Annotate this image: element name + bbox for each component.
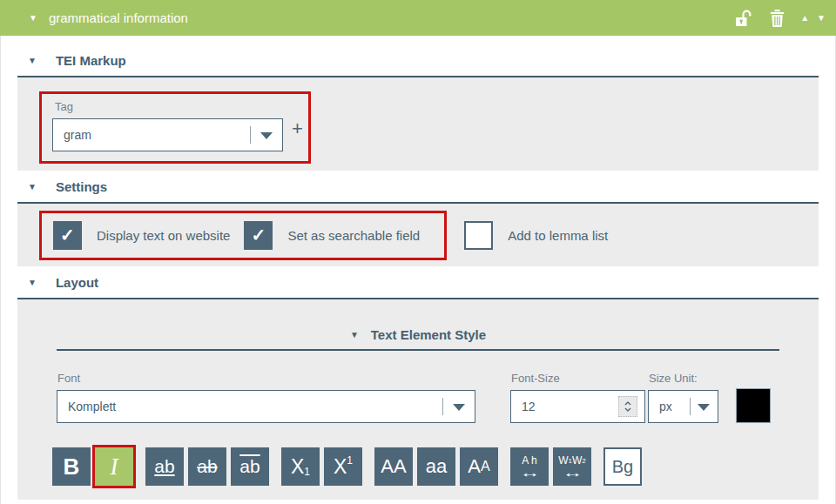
- strikethrough-button[interactable]: ab: [188, 447, 226, 486]
- collapse-arrow-icon[interactable]: ▼: [28, 57, 37, 65]
- size-unit-label: Size Unit:: [649, 372, 718, 385]
- select-divider: [690, 398, 691, 415]
- collapse-arrow-icon[interactable]: ▼: [28, 183, 37, 192]
- section-layout: ▼ Layout ▼ Text Element Style Font Kompl…: [17, 266, 819, 500]
- background-color-button[interactable]: Bg: [603, 447, 642, 486]
- element-title: grammatical information: [49, 10, 188, 25]
- number-stepper-icon[interactable]: [618, 396, 637, 417]
- font-size-control: Font-Size: [510, 372, 645, 423]
- checkbox-label: Display text on website: [97, 228, 230, 243]
- subscript-button[interactable]: X 1: [281, 447, 320, 486]
- section-title: Settings: [56, 179, 107, 194]
- trash-icon[interactable]: [770, 10, 785, 27]
- horizontal-arrow-icon: ↔: [519, 467, 540, 478]
- element-editor-page: ▼ grammatical information: [0, 0, 836, 504]
- subsection-divider: [57, 349, 779, 351]
- collapse-arrow-icon[interactable]: ▼: [29, 14, 37, 23]
- checkbox-label: Set as searchable field: [287, 228, 420, 243]
- horizontal-arrow-icon: ↔: [562, 467, 583, 478]
- layout-header[interactable]: ▼ Layout: [17, 266, 819, 299]
- font-control: Font Komplett: [57, 372, 475, 423]
- checkbox-label: Add to lemma list: [508, 228, 608, 243]
- tag-select-value: gram: [53, 128, 91, 142]
- superscript-button[interactable]: X 1: [324, 447, 362, 486]
- section-title: TEI Markup: [56, 53, 126, 68]
- strikethrough-label: ab: [197, 456, 217, 477]
- unlock-icon[interactable]: [735, 10, 752, 27]
- smallcaps-second: A: [481, 459, 490, 474]
- section-title: Layout: [56, 275, 98, 290]
- section-tei-markup: ▼ TEI Markup Tag gram +: [17, 36, 819, 171]
- tag-select[interactable]: gram: [52, 118, 283, 151]
- size-unit-control: Size Unit: px: [648, 372, 718, 423]
- superscript-digit: 1: [347, 454, 353, 467]
- header-actions: ▲ ▼: [735, 10, 826, 27]
- superscript-base: X: [334, 455, 347, 479]
- move-down-icon[interactable]: ▼: [817, 13, 826, 23]
- subsection-title: Text Element Style: [371, 327, 486, 342]
- subscript-base: X: [291, 455, 304, 479]
- annotation-highlight-tag: Tag gram +: [39, 91, 311, 164]
- tei-markup-panel: Tag gram +: [17, 77, 819, 171]
- font-select-value: Komplett: [57, 400, 116, 413]
- settings-panel: ✓ Display text on website ✓ Set as searc…: [17, 204, 819, 266]
- move-up-icon[interactable]: ▲: [800, 13, 809, 23]
- layout-panel: ▼ Text Element Style Font Komplett Font-…: [17, 299, 819, 500]
- font-controls-row: Font Komplett Font-Size: [57, 372, 819, 423]
- uppercase-button[interactable]: AA: [374, 447, 413, 486]
- overline-label: ab: [239, 456, 260, 477]
- underline-button[interactable]: ab: [145, 447, 184, 486]
- text-element-style-header[interactable]: ▼ Text Element Style: [17, 327, 819, 342]
- font-color-swatch[interactable]: [736, 388, 771, 423]
- section-settings: ▼ Settings ✓ Display text on website ✓ S…: [17, 171, 819, 266]
- size-unit-select[interactable]: px: [648, 390, 718, 423]
- chevron-down-icon: [260, 132, 273, 139]
- size-unit-value: px: [649, 400, 672, 413]
- subscript-digit: 1: [304, 466, 310, 478]
- chevron-down-icon: [698, 404, 710, 411]
- tei-markup-header[interactable]: ▼ TEI Markup: [17, 36, 819, 77]
- settings-header[interactable]: ▼ Settings: [17, 171, 819, 204]
- bold-button[interactable]: B: [52, 447, 91, 486]
- checkbox-searchable-field[interactable]: ✓ Set as searchable field: [244, 221, 420, 250]
- checkbox-add-to-lemma-list[interactable]: Add to lemma list: [464, 221, 608, 250]
- element-header-bar[interactable]: ▼ grammatical information: [0, 0, 836, 36]
- checkbox-display-text[interactable]: ✓ Display text on website: [53, 221, 230, 250]
- select-divider: [442, 398, 443, 415]
- tag-label: Tag: [55, 100, 303, 113]
- checkbox-unchecked-icon[interactable]: [464, 221, 493, 250]
- font-size-input[interactable]: [511, 391, 603, 422]
- font-select[interactable]: Komplett: [57, 390, 475, 423]
- underline-label: ab: [154, 456, 174, 477]
- font-size-field: [510, 390, 645, 423]
- select-divider: [250, 126, 251, 144]
- letter-width-button[interactable]: A h ↔: [510, 447, 549, 486]
- chevron-down-icon: [453, 404, 465, 411]
- overline-button[interactable]: ab: [231, 447, 269, 486]
- smallcaps-button[interactable]: A A: [460, 447, 498, 486]
- checkbox-checked-icon[interactable]: ✓: [53, 221, 82, 250]
- word-width-button[interactable]: W1W2 ↔: [553, 447, 591, 486]
- font-label: Font: [57, 372, 475, 385]
- add-tag-button[interactable]: +: [292, 120, 303, 138]
- font-size-label: Font-Size: [511, 372, 645, 385]
- collapse-arrow-icon[interactable]: ▼: [28, 279, 37, 287]
- annotation-highlight-checkboxes: ✓ Display text on website ✓ Set as searc…: [39, 211, 447, 260]
- italic-button-active[interactable]: I: [95, 447, 133, 486]
- lowercase-button[interactable]: aa: [417, 447, 455, 486]
- checkbox-checked-icon[interactable]: ✓: [244, 221, 273, 250]
- collapse-arrow-icon[interactable]: ▼: [350, 331, 359, 339]
- format-toolbar: B I ab ab ab X 1 X 1: [52, 447, 819, 486]
- smallcaps-first: A: [468, 455, 481, 478]
